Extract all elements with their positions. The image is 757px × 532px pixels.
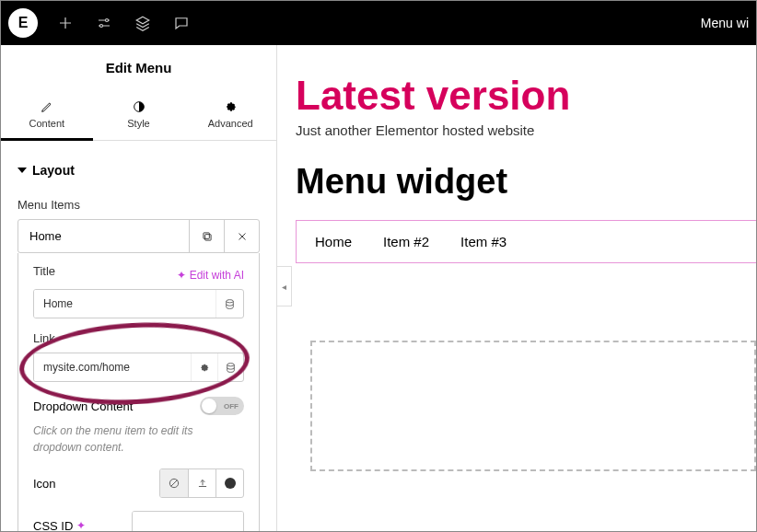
dropdown-content-toggle[interactable]: OFF [200,397,244,415]
cssid-input[interactable] [133,512,244,531]
icon-none-button[interactable] [160,469,188,497]
title-dynamic-button[interactable] [215,290,243,318]
tab-style[interactable]: Style [93,90,185,140]
svg-point-0 [106,19,109,22]
site-tagline: Just another Elementor hosted website [296,122,756,138]
svg-point-5 [227,299,234,302]
widget-heading: Menu widget [296,162,756,202]
link-input[interactable] [34,353,191,381]
dot-icon [225,478,236,489]
database-icon [224,298,236,310]
layers-icon [134,15,151,31]
toggle-knob [202,399,216,413]
dropdown-content-label: Dropdown Content [33,399,133,413]
plus-icon [57,15,74,31]
notes-button[interactable] [165,6,198,40]
chat-icon [173,15,190,31]
preview-menu[interactable]: Home Item #2 Item #3 [296,220,756,263]
menu-items-label: Menu Items [17,198,260,212]
document-title: Menu wi [701,16,749,30]
link-dynamic-button[interactable] [217,353,244,381]
ban-icon [168,477,181,490]
empty-section-dropzone[interactable] [310,341,756,471]
edit-with-ai-link[interactable]: ✦ Edit with AI [177,269,244,282]
gear-icon [198,362,210,374]
cssid-label: CSS ID [33,519,73,532]
menu-item-home[interactable]: Home [18,220,189,252]
preview-menu-item[interactable]: Item #3 [460,234,507,249]
database-icon [225,362,237,374]
add-element-button[interactable] [49,6,82,40]
section-layout-header[interactable]: Layout [17,154,260,187]
icon-library-button[interactable] [215,469,243,497]
remove-item-button[interactable] [224,220,259,252]
icon-picker [159,468,244,498]
contrast-icon [132,99,146,114]
svg-point-6 [227,363,234,365]
site-settings-button[interactable] [87,6,121,40]
structure-button[interactable] [126,6,159,40]
panel-title: Edit Menu [1,45,276,90]
preview-menu-item[interactable]: Home [315,234,352,249]
sparkle-icon: ✦ [76,519,86,531]
preview-canvas[interactable]: Latest version Just another Elementor ho… [277,45,756,531]
preview-menu-item[interactable]: Item #2 [383,234,429,249]
dropdown-hint: Click on the menu item to edit its dropd… [33,422,244,456]
gear-icon [223,99,238,114]
icon-field-label: Icon [33,477,56,491]
svg-rect-4 [203,232,208,237]
svg-point-1 [100,25,103,28]
sparkle-icon: ✦ [177,269,186,282]
upload-icon [196,477,209,490]
site-title[interactable]: Latest version [296,73,756,119]
close-icon [236,230,249,243]
icon-upload-button[interactable] [188,469,215,497]
tab-advanced[interactable]: Advanced [184,90,276,140]
elementor-logo[interactable]: E [8,8,38,38]
title-input[interactable] [34,290,215,318]
svg-rect-3 [204,234,210,239]
sliders-icon [96,15,112,31]
title-field-label: Title [33,264,55,278]
duplicate-item-button[interactable] [189,220,224,252]
caret-down-icon [17,168,27,173]
link-field-label: Link [33,331,244,345]
copy-icon [201,230,214,243]
collapse-panel-button[interactable]: ◂ [277,266,292,306]
link-options-button[interactable] [191,353,217,381]
tab-content[interactable]: Content [1,90,93,140]
pencil-icon [40,99,54,114]
